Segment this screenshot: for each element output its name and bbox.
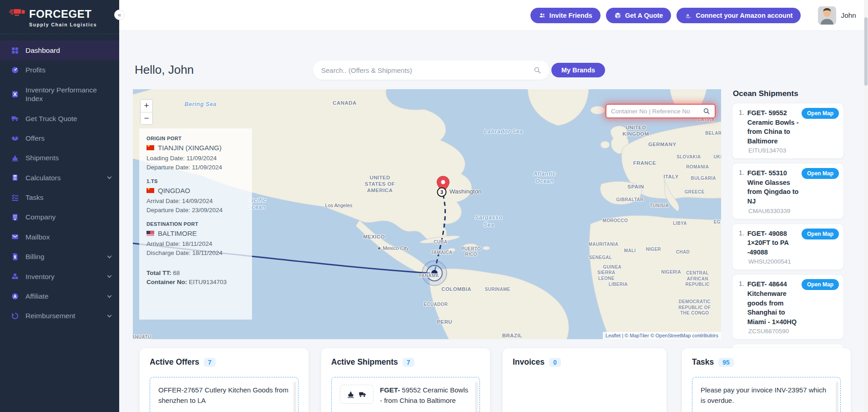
sidebar-collapse-button[interactable]: « (114, 10, 125, 20)
scrollbar[interactable] (475, 382, 478, 412)
total-tt-label: Total TT: (146, 270, 172, 276)
invite-friends-button[interactable]: Invite Friends (530, 8, 601, 23)
sidebar-item-tasks[interactable]: Tasks (0, 188, 119, 207)
total-tt-value: 68 (173, 270, 180, 276)
container-code: WHSU2000541 (748, 258, 838, 265)
shipment-title: FGET- 49088 1×20FT to PA -49088 (747, 229, 801, 257)
sidebar-item-label: Inventory Performance Index (25, 86, 98, 103)
china-flag-icon (146, 145, 154, 150)
truck-icon (11, 114, 19, 122)
search-icon[interactable] (703, 107, 710, 115)
open-map-button[interactable]: Open Map (802, 229, 839, 239)
get-a-quote-button[interactable]: Get A Quote (606, 8, 671, 23)
vessel-marker[interactable] (422, 261, 447, 285)
sidebar-item-label: Inventory (25, 272, 55, 281)
amazon-icon: a (685, 12, 692, 19)
scrollbar-thumb[interactable] (864, 17, 868, 86)
open-map-button[interactable]: Open Map (802, 168, 839, 179)
chevron-down-icon (107, 175, 112, 179)
scrollbar[interactable] (836, 382, 838, 412)
dashboard-icon (11, 46, 19, 55)
active-shipments-count: 7 (403, 358, 414, 367)
china-flag-icon (146, 188, 154, 193)
boxes-icon (11, 272, 19, 280)
dashboard-page: FORCEGET Supply Chain Logistics Dashboar… (0, 0, 868, 412)
rotate-ccw-icon (11, 312, 19, 320)
open-map-button[interactable]: Open Map (802, 108, 839, 119)
page-scrollbar[interactable] (864, 0, 868, 412)
top-header: Invite Friends Get A Quote a Connect you… (119, 0, 868, 31)
sidebar-item-get-truck-quote[interactable]: Get Truck Quote (0, 109, 119, 128)
svg-text:3: 3 (440, 189, 443, 195)
invoices-title: Invoices (513, 357, 545, 367)
map-attribution[interactable]: Leaflet | © MapTiler © OpenStreetMap con… (603, 332, 721, 339)
get-a-quote-label: Get A Quote (625, 12, 663, 19)
search-icon[interactable] (533, 66, 541, 74)
sidebar-item-calculators[interactable]: Calculators (0, 168, 119, 188)
ts-departure-date: Departure Date: 23/09/2024 (146, 207, 245, 214)
sidebar-item-company[interactable]: Company (0, 207, 119, 227)
offer-list-item[interactable]: OFFER-27657 Cutlery Kitchen Goods from s… (150, 377, 298, 412)
transshipment-port-name: QINGDAO (158, 187, 190, 194)
container-search-box (606, 104, 716, 118)
sidebar-item-profits[interactable]: Profits (0, 60, 119, 80)
container-no-value: EITU9134703 (189, 279, 227, 285)
open-map-button[interactable]: Open Map (802, 279, 839, 290)
shipment-card[interactable]: 1.FGET- 55310 Wine Glasses from Qingdao … (732, 163, 844, 219)
container-code: EITU9134703 (748, 147, 838, 154)
shipment-title: FGET- 55310 Wine Glasses from Qingdao to… (747, 168, 801, 206)
task-list-item[interactable]: Please pay your invoice INV-23957 which … (692, 377, 841, 412)
zoom-in-button[interactable]: + (141, 100, 152, 112)
sidebar-item-reimbursement[interactable]: Reimbursement (0, 306, 119, 326)
connect-amazon-button[interactable]: a Connect your Amazon account (676, 8, 801, 23)
shipment-card[interactable]: 1.FGET- 48644 Kitchenware goods from Sha… (732, 274, 844, 340)
people-icon (539, 12, 546, 19)
sidebar-item-label: Dashboard (25, 46, 60, 55)
scrollbar[interactable] (293, 382, 296, 412)
connect-amazon-label: Connect your Amazon account (696, 12, 792, 19)
shipment-list-item[interactable]: FGET- 59552 Ceramic Bowls - from China t… (331, 377, 480, 412)
brand-logo[interactable]: FORCEGET Supply Chain Logistics (0, 0, 119, 34)
sidebar-item-dashboard[interactable]: Dashboard (0, 41, 119, 60)
zoom-out-button[interactable]: − (141, 112, 152, 124)
sidebar-item-billing[interactable]: Billing (0, 247, 119, 266)
map-zoom-control: + − (140, 99, 153, 125)
handshake-icon (11, 134, 19, 142)
sidebar-item-label: Offers (25, 134, 45, 142)
sidebar-item-offers[interactable]: Offers (0, 128, 119, 148)
sidebar-item-inventory[interactable]: Inventory (0, 267, 119, 286)
invoices-count: 0 (549, 358, 561, 367)
shipment-map[interactable]: 3 Bering SeaCANADALabrador SeaUNITED KIN… (133, 89, 721, 339)
sidebar-item-mailbox[interactable]: Mailbox (0, 227, 119, 247)
ship-icon (11, 154, 19, 162)
ts-arrival-date: Arrival Date: 14/09/2024 (146, 198, 245, 204)
origin-loading-date: Loading Date: 11/09/2024 (146, 155, 245, 162)
global-search-input[interactable] (321, 66, 533, 74)
transport-mode-icons (340, 385, 373, 404)
sidebar-item-label: Calculators (25, 173, 61, 182)
avatar (818, 6, 836, 25)
destination-port-title: DESTINATION PORT (146, 221, 245, 227)
box-x-icon (11, 90, 19, 98)
calculator-icon (11, 173, 19, 182)
shipment-card[interactable]: 1.FGET- 59552 Ceramic Bowls - from China… (732, 103, 844, 159)
sidebar-item-label: Get Truck Quote (25, 114, 77, 123)
forceget-truck-logo-icon (9, 7, 25, 21)
package-icon (614, 12, 621, 19)
active-shipments-card: Active Shipments7 FGET- 59552 Ceramic Bo… (321, 348, 490, 412)
sidebar-item-inventory-performance-index[interactable]: Inventory Performance Index (0, 80, 119, 109)
sidebar-item-shipments[interactable]: Shipments (0, 148, 119, 168)
tasks-title: Tasks (692, 357, 714, 367)
my-brands-button[interactable]: My Brands (551, 63, 605, 77)
page-greeting: Hello, John (135, 63, 194, 77)
usa-flag-icon (146, 231, 154, 236)
user-menu[interactable]: John (818, 6, 856, 25)
summary-cards-row: Active Offers7 OFFER-27657 Cutlery Kitch… (0, 348, 868, 412)
container-code: ZCSU6870590 (748, 328, 838, 335)
shipment-card[interactable]: 1.FGET- 49088 1×20FT to PA -49088 WHSU20… (732, 224, 844, 270)
container-search-input[interactable] (611, 108, 703, 115)
sidebar-item-affiliate[interactable]: Affiliate (0, 286, 119, 306)
checklist-icon (11, 193, 19, 202)
stop-count-badge[interactable]: 3 (438, 188, 446, 197)
item-number: 1. (739, 108, 744, 146)
